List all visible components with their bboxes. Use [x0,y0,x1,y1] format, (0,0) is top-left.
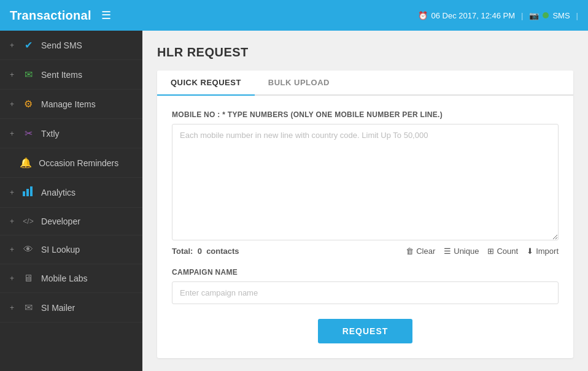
svg-rect-0 [23,191,25,196]
page-title: HLR REQUEST [157,45,573,59]
sms-label: SMS [552,11,570,20]
list-icon: ☰ [444,247,451,256]
campaign-label: CAMPAIGN NAME [172,268,559,277]
plus-icon: + [10,129,14,138]
plus-icon: + [10,41,14,50]
sidebar-item-mobile-labs[interactable]: + 🖥 Mobile Labs [0,264,142,293]
grid-icon: ⊞ [487,247,494,256]
request-btn-wrap: REQUEST [172,319,559,343]
menu-icon[interactable]: ☰ [101,9,111,22]
plus-icon: + [10,217,14,226]
code-icon: </> [21,217,35,226]
download-icon: ⬇ [527,247,533,256]
sidebar-item-si-mailer[interactable]: + ✉ SI Mailer [0,293,142,323]
contacts-actions: 🗑 Clear ☰ Unique ⊞ Count ⬇ [406,247,559,256]
clear-label: Clear [416,247,435,256]
scissors-icon: ✂ [21,128,35,139]
sidebar-item-manage-items[interactable]: + ⚙ Manage Items [0,90,142,119]
request-button[interactable]: REQUEST [318,319,413,343]
sidebar-label-developer: Developer [41,216,80,226]
eye-icon: 👁 [21,244,35,255]
plus-spacer [10,159,12,167]
contacts-bar: Total: 0 contacts 🗑 Clear ☰ Unique [172,247,559,256]
sidebar-item-sent-items[interactable]: + ✉ Sent Items [0,60,142,90]
sidebar-label-occasion-reminders: Occasion Reminders [39,158,118,168]
tab-bulk-upload[interactable]: BULK UPLOAD [255,71,343,96]
plus-icon: + [10,304,14,312]
hlr-card: QUICK REQUEST BULK UPLOAD MOBILE NO : * … [157,71,573,358]
sidebar-item-developer[interactable]: + </> Developer [0,208,142,235]
sidebar-item-send-sms[interactable]: + ✔ Send SMS [0,31,142,60]
header-divider: | [521,11,523,20]
clear-action[interactable]: 🗑 Clear [406,247,435,256]
clock-icon: ⏰ [418,11,428,20]
mobile-field-group: MOBILE NO : * TYPE NUMBERS (ONLY ONE MOB… [172,110,559,243]
sidebar: + ✔ Send SMS + ✉ Sent Items + ⚙ Manage I… [0,31,142,371]
sidebar-item-analytics[interactable]: + Analytics [0,178,142,208]
mail-icon: ✉ [21,302,35,313]
sidebar-label-sent-items: Sent Items [41,70,82,80]
sidebar-label-mobile-labs: Mobile Labs [41,273,88,283]
monitor-icon: 🖥 [21,273,35,284]
unique-action[interactable]: ☰ Unique [444,247,479,256]
app-title: Transactional [10,9,91,23]
header-left: Transactional ☰ [10,9,111,23]
trash-icon: 🗑 [406,247,414,256]
camera-icon: 📷 [529,11,539,20]
campaign-input[interactable] [172,281,559,304]
sidebar-item-si-lookup[interactable]: + 👁 SI Lookup [0,235,142,264]
sidebar-label-send-sms: Send SMS [41,40,82,50]
sms-status-dot [543,12,549,18]
main-layout: + ✔ Send SMS + ✉ Sent Items + ⚙ Manage I… [0,31,588,371]
unique-label: Unique [454,247,479,256]
campaign-section: CAMPAIGN NAME [172,268,559,304]
chart-icon [21,186,35,199]
svg-rect-1 [26,189,29,196]
tabs-bar: QUICK REQUEST BULK UPLOAD [157,71,573,96]
sidebar-item-txtly[interactable]: + ✂ Txtly [0,119,142,148]
count-action[interactable]: ⊞ Count [487,247,518,256]
sidebar-label-analytics: Analytics [41,188,75,197]
sidebar-label-si-mailer: SI Mailer [41,303,75,313]
header-sms: 📷 SMS [529,11,570,20]
tab-quick-request[interactable]: QUICK REQUEST [157,71,255,96]
sidebar-label-si-lookup: SI Lookup [41,245,80,254]
header-right: ⏰ 06 Dec 2017, 12:46 PM | 📷 SMS | [418,11,578,20]
plus-icon: + [10,274,14,283]
contacts-total: Total: 0 contacts [172,247,239,256]
form-area: MOBILE NO : * TYPE NUMBERS (ONLY ONE MOB… [157,96,573,358]
sidebar-label-manage-items: Manage Items [41,99,96,109]
header-datetime: ⏰ 06 Dec 2017, 12:46 PM [418,11,515,20]
gear-icon: ⚙ [21,98,35,110]
mobile-field-label: MOBILE NO : * TYPE NUMBERS (ONLY ONE MOB… [172,110,559,119]
plus-icon: + [10,100,14,109]
bell-icon: 🔔 [19,157,33,169]
datetime-text: 06 Dec 2017, 12:46 PM [431,11,515,20]
sidebar-label-txtly: Txtly [41,129,60,139]
header-divider2: | [576,11,578,20]
sidebar-item-occasion-reminders[interactable]: 🔔 Occasion Reminders [0,148,142,178]
plus-icon: + [10,188,14,197]
check-icon: ✔ [21,39,35,51]
main-content: HLR REQUEST QUICK REQUEST BULK UPLOAD MO… [142,31,588,371]
header: Transactional ☰ ⏰ 06 Dec 2017, 12:46 PM … [0,0,588,31]
import-label: Import [536,247,559,256]
count-label: Count [497,247,518,256]
envelope-icon: ✉ [21,69,35,80]
mobile-textarea[interactable] [172,124,559,240]
svg-rect-2 [30,186,33,196]
plus-icon: + [10,71,14,79]
plus-icon: + [10,245,14,254]
import-action[interactable]: ⬇ Import [527,247,559,256]
contacts-count: 0 [198,247,202,256]
